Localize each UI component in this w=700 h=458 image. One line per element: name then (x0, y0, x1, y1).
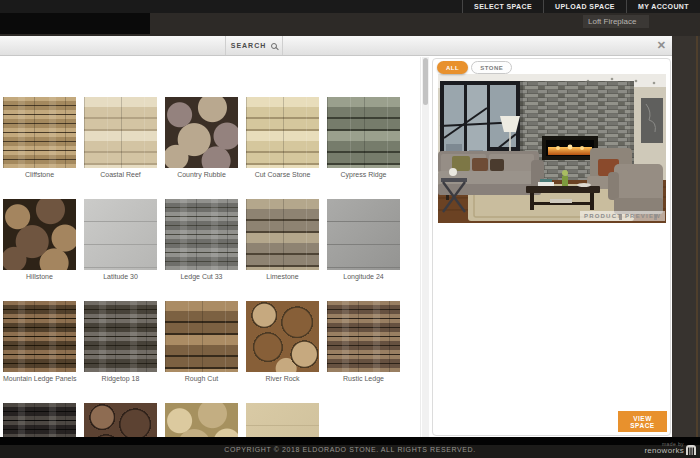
sub-header: Loft Fireplace (0, 13, 700, 36)
product-tile[interactable]: Limestone (246, 199, 319, 281)
product-label: Cypress Ridge (327, 171, 400, 179)
panel-right-edge (696, 36, 698, 437)
product-tile[interactable]: Cut Coarse Stone (246, 97, 319, 179)
product-label: Country Rubble (165, 171, 238, 179)
product-swatch-image[interactable] (3, 403, 76, 437)
product-label: Hillstone (3, 273, 76, 281)
top-nav-bar: SELECT SPACE UPLOAD SPACE MY ACCOUNT (0, 0, 700, 13)
product-swatch-image[interactable] (84, 301, 157, 372)
filter-pills: ALL STONE (437, 61, 512, 74)
copyright-text: COPYRIGHT © 2018 ELDORADO STONE. ALL RIG… (0, 446, 700, 453)
product-swatch-image[interactable] (3, 97, 76, 168)
product-swatch-image[interactable] (84, 403, 157, 437)
product-label: Longitude 24 (327, 273, 400, 281)
filter-all-pill[interactable]: ALL (437, 61, 468, 74)
view-space-button[interactable]: VIEW SPACE (618, 411, 667, 432)
room-illustration (438, 74, 666, 223)
grid-scrollbar (422, 57, 429, 437)
search-icon (271, 43, 277, 49)
product-label: Limestone (246, 273, 319, 281)
my-account-button[interactable]: MY ACCOUNT (626, 0, 700, 13)
product-tile[interactable]: Cliffstone (3, 97, 76, 179)
scrollbar-thumb[interactable] (423, 58, 428, 105)
renoworks-building-icon (686, 444, 696, 455)
product-tile[interactable]: Rough Cut (165, 301, 238, 383)
product-swatch-image[interactable] (84, 199, 157, 270)
product-label: Ledge Cut 33 (165, 273, 238, 281)
product-preview-watermark: PRODUCT PREVIEW (580, 211, 665, 221)
footer-bar: COPYRIGHT © 2018 ELDORADO STONE. ALL RIG… (0, 437, 700, 458)
product-label: Rough Cut (165, 375, 238, 383)
product-tile[interactable]: Cypress Ridge (327, 97, 400, 179)
product-label: Rustic Ledge (327, 375, 400, 383)
product-label: Cut Coarse Stone (246, 171, 319, 179)
product-tile[interactable] (165, 403, 238, 437)
product-tile[interactable] (246, 403, 319, 437)
product-tile[interactable]: Mountain Ledge Panels (3, 301, 76, 383)
space-selector[interactable]: Loft Fireplace (583, 15, 649, 28)
product-tile[interactable]: Ledge Cut 33 (165, 199, 238, 281)
product-label: Latitude 30 (84, 273, 157, 281)
product-swatch-image[interactable] (165, 301, 238, 372)
product-swatch-image[interactable] (327, 97, 400, 168)
product-swatch-image[interactable] (327, 199, 400, 270)
product-swatch-image[interactable] (165, 403, 238, 437)
product-swatch-image[interactable] (165, 199, 238, 270)
product-browser-panel: SEARCH ✕ CliffstoneCoastal ReefCountry R… (0, 36, 672, 437)
product-tile[interactable]: River Rock (246, 301, 319, 383)
visualizer-app: SELECT SPACE UPLOAD SPACE MY ACCOUNT Lof… (0, 0, 700, 458)
search-bar: SEARCH ✕ (0, 36, 672, 56)
product-grid: CliffstoneCoastal ReefCountry RubbleCut … (0, 57, 421, 437)
renoworks-logo: made by renoworks (644, 442, 696, 455)
product-swatch-image[interactable] (165, 97, 238, 168)
filter-stone-pill[interactable]: STONE (471, 61, 512, 74)
product-label: Mountain Ledge Panels (3, 375, 76, 383)
product-label: Coastal Reef (84, 171, 157, 179)
product-tile[interactable]: Ridgetop 18 (84, 301, 157, 383)
renoworks-name: renoworks (644, 447, 684, 455)
product-tile[interactable]: Rustic Ledge (327, 301, 400, 383)
room-preview-image: PRODUCT PREVIEW (438, 74, 666, 223)
product-label: Ridgetop 18 (84, 375, 157, 383)
product-swatch-image[interactable] (246, 97, 319, 168)
preview-card: ALL STONE (432, 58, 671, 436)
site-logo-placeholder (0, 12, 150, 34)
product-row: CliffstoneCoastal ReefCountry RubbleCut … (3, 97, 420, 179)
select-space-button[interactable]: SELECT SPACE (462, 0, 543, 13)
upload-space-button[interactable]: UPLOAD SPACE (543, 0, 626, 13)
product-swatch-image[interactable] (246, 199, 319, 270)
product-label: River Rock (246, 375, 319, 383)
close-icon[interactable]: ✕ (657, 39, 666, 52)
product-tile[interactable]: Hillstone (3, 199, 76, 281)
product-tile[interactable]: Latitude 30 (84, 199, 157, 281)
search-button[interactable]: SEARCH (225, 36, 283, 55)
product-swatch-image[interactable] (246, 403, 319, 437)
product-swatch-image[interactable] (84, 97, 157, 168)
product-row: Mountain Ledge PanelsRidgetop 18Rough Cu… (3, 301, 420, 383)
product-swatch-image[interactable] (327, 301, 400, 372)
product-tile[interactable] (84, 403, 157, 437)
product-tile[interactable]: Coastal Reef (84, 97, 157, 179)
product-label: Cliffstone (3, 171, 76, 179)
product-row: HillstoneLatitude 30Ledge Cut 33Limeston… (3, 199, 420, 281)
search-label: SEARCH (231, 42, 267, 49)
product-tile[interactable]: Longitude 24 (327, 199, 400, 281)
product-row (3, 403, 420, 437)
product-swatch-image[interactable] (246, 301, 319, 372)
product-swatch-image[interactable] (3, 301, 76, 372)
product-swatch-image[interactable] (3, 199, 76, 270)
product-tile[interactable]: Country Rubble (165, 97, 238, 179)
product-tile[interactable] (3, 403, 76, 437)
